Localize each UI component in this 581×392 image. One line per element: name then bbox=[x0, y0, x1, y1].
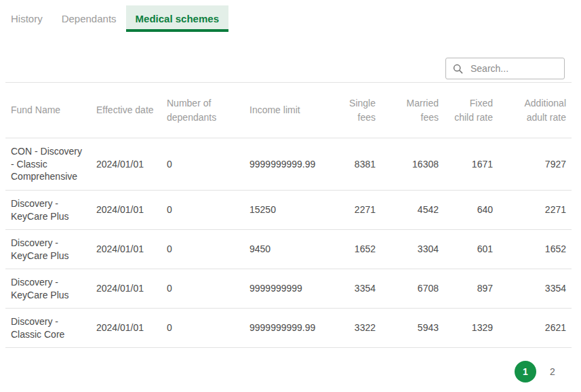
column-header-married-fees: Married fees bbox=[381, 83, 444, 138]
cell-married-fees: 16308 bbox=[381, 138, 444, 191]
cell-additional-adult-rate: 2271 bbox=[498, 191, 572, 230]
pagination: 12 bbox=[0, 348, 581, 383]
medical-schemes-table-container: Fund NameEffective dateNumber of dependa… bbox=[5, 82, 572, 348]
tab-medical-schemes[interactable]: Medical schemes bbox=[126, 5, 228, 32]
cell-fund-name: CON - Discovery - Classic Comprehensive bbox=[5, 138, 91, 191]
cell-income-limit: 15250 bbox=[244, 191, 334, 230]
medical-schemes-table: Fund NameEffective dateNumber of dependa… bbox=[5, 82, 572, 348]
cell-fund-name: Discovery - Classic Core bbox=[5, 309, 91, 348]
column-header-effective-date: Effective date bbox=[91, 83, 161, 138]
cell-additional-adult-rate: 3354 bbox=[498, 269, 572, 309]
cell-fixed-child-rate: 1329 bbox=[444, 309, 498, 348]
cell-single-fees: 8381 bbox=[334, 138, 381, 191]
cell-single-fees: 3354 bbox=[334, 269, 381, 309]
tab-dependants[interactable]: Dependants bbox=[52, 5, 126, 32]
cell-married-fees: 5943 bbox=[381, 309, 444, 348]
column-header-fixed-child-rate: Fixed child rate bbox=[444, 83, 498, 138]
cell-married-fees: 4542 bbox=[381, 191, 444, 230]
cell-additional-adult-rate: 2621 bbox=[498, 309, 572, 348]
cell-fixed-child-rate: 640 bbox=[444, 191, 498, 230]
cell-single-fees: 3322 bbox=[334, 309, 381, 348]
table-row: Discovery - KeyCare Plus2024/01/01094501… bbox=[5, 230, 572, 269]
cell-income-limit: 9450 bbox=[244, 230, 334, 269]
column-header-income-limit: Income limit bbox=[244, 83, 334, 138]
cell-income-limit: 9999999999 bbox=[244, 269, 334, 309]
table-row: Discovery - KeyCare Plus2024/01/01015250… bbox=[5, 191, 572, 230]
cell-single-fees: 1652 bbox=[334, 230, 381, 269]
cell-effective-date: 2024/01/01 bbox=[91, 230, 161, 269]
tab-bar: HistoryDependantsMedical schemes bbox=[0, 0, 581, 32]
cell-additional-adult-rate: 7927 bbox=[498, 138, 572, 191]
column-header-single-fees: Single fees bbox=[334, 83, 381, 138]
cell-effective-date: 2024/01/01 bbox=[91, 269, 161, 309]
cell-fund-name: Discovery - KeyCare Plus bbox=[5, 191, 91, 230]
table-row: CON - Discovery - Classic Comprehensive2… bbox=[5, 138, 572, 191]
cell-single-fees: 2271 bbox=[334, 191, 381, 230]
cell-additional-adult-rate: 1652 bbox=[498, 230, 572, 269]
cell-fixed-child-rate: 601 bbox=[444, 230, 498, 269]
toolbar bbox=[0, 32, 581, 79]
cell-married-fees: 3304 bbox=[381, 230, 444, 269]
column-header-fund-name: Fund Name bbox=[5, 83, 91, 138]
cell-fixed-child-rate: 1671 bbox=[444, 138, 498, 191]
cell-fund-name: Discovery - KeyCare Plus bbox=[5, 269, 91, 309]
cell-fixed-child-rate: 897 bbox=[444, 269, 498, 309]
table-header-row: Fund NameEffective dateNumber of dependa… bbox=[5, 83, 572, 138]
search-icon bbox=[453, 64, 463, 74]
pagination-page-2[interactable]: 2 bbox=[542, 361, 563, 383]
table-row: Discovery - Classic Core2024/01/01099999… bbox=[5, 309, 572, 348]
cell-married-fees: 6708 bbox=[381, 269, 444, 309]
column-header-number-of-dependants: Number of dependants bbox=[161, 83, 244, 138]
pagination-page-1[interactable]: 1 bbox=[515, 361, 536, 383]
search-box[interactable] bbox=[445, 58, 565, 79]
cell-fund-name: Discovery - KeyCare Plus bbox=[5, 230, 91, 269]
cell-income-limit: 9999999999.99 bbox=[244, 309, 334, 348]
cell-effective-date: 2024/01/01 bbox=[91, 309, 161, 348]
cell-number-of-dependants: 0 bbox=[161, 138, 244, 191]
cell-number-of-dependants: 0 bbox=[161, 309, 244, 348]
cell-effective-date: 2024/01/01 bbox=[91, 191, 161, 230]
cell-number-of-dependants: 0 bbox=[161, 230, 244, 269]
cell-income-limit: 9999999999.99 bbox=[244, 138, 334, 191]
search-input[interactable] bbox=[469, 62, 557, 75]
cell-number-of-dependants: 0 bbox=[161, 269, 244, 309]
table-row: Discovery - KeyCare Plus2024/01/01099999… bbox=[5, 269, 572, 309]
cell-effective-date: 2024/01/01 bbox=[91, 138, 161, 191]
tab-history[interactable]: History bbox=[1, 5, 52, 32]
cell-number-of-dependants: 0 bbox=[161, 191, 244, 230]
column-header-additional-adult-rate: Additional adult rate bbox=[498, 83, 572, 138]
